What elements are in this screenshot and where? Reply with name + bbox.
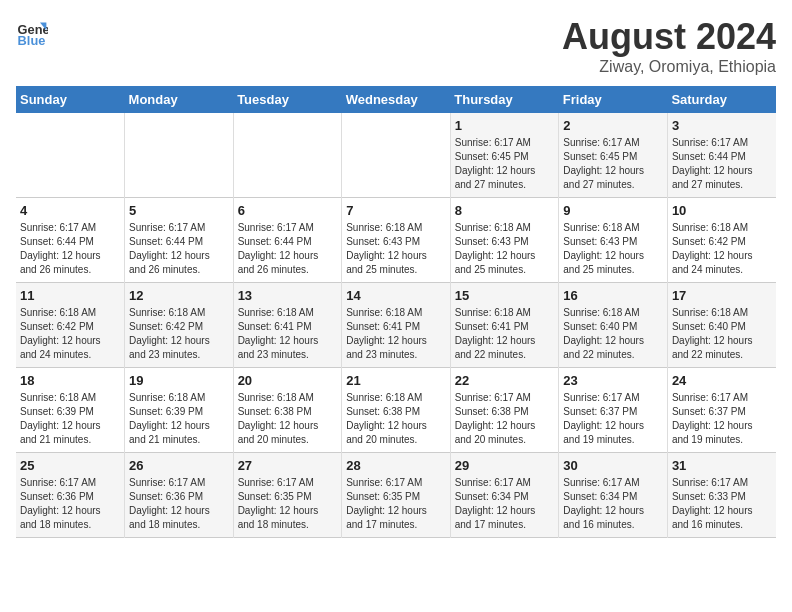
- calendar-cell: 24Sunrise: 6:17 AM Sunset: 6:37 PM Dayli…: [667, 368, 776, 453]
- day-info: Sunrise: 6:17 AM Sunset: 6:37 PM Dayligh…: [672, 391, 772, 447]
- calendar-cell: 28Sunrise: 6:17 AM Sunset: 6:35 PM Dayli…: [342, 453, 451, 538]
- day-info: Sunrise: 6:17 AM Sunset: 6:44 PM Dayligh…: [129, 221, 229, 277]
- calendar-cell: 16Sunrise: 6:18 AM Sunset: 6:40 PM Dayli…: [559, 283, 668, 368]
- week-row-3: 11Sunrise: 6:18 AM Sunset: 6:42 PM Dayli…: [16, 283, 776, 368]
- day-info: Sunrise: 6:18 AM Sunset: 6:38 PM Dayligh…: [346, 391, 446, 447]
- calendar-cell: 7Sunrise: 6:18 AM Sunset: 6:43 PM Daylig…: [342, 198, 451, 283]
- day-number: 16: [563, 288, 663, 303]
- day-number: 14: [346, 288, 446, 303]
- day-number: 1: [455, 118, 555, 133]
- calendar-cell: 26Sunrise: 6:17 AM Sunset: 6:36 PM Dayli…: [125, 453, 234, 538]
- logo-icon: General Blue: [16, 16, 48, 48]
- location: Ziway, Oromiya, Ethiopia: [562, 58, 776, 76]
- day-info: Sunrise: 6:18 AM Sunset: 6:42 PM Dayligh…: [129, 306, 229, 362]
- calendar-cell: 15Sunrise: 6:18 AM Sunset: 6:41 PM Dayli…: [450, 283, 559, 368]
- title-block: August 2024 Ziway, Oromiya, Ethiopia: [562, 16, 776, 76]
- day-number: 4: [20, 203, 120, 218]
- days-header-row: SundayMondayTuesdayWednesdayThursdayFrid…: [16, 86, 776, 113]
- calendar-cell: 8Sunrise: 6:18 AM Sunset: 6:43 PM Daylig…: [450, 198, 559, 283]
- day-info: Sunrise: 6:18 AM Sunset: 6:39 PM Dayligh…: [20, 391, 120, 447]
- calendar-cell: [342, 113, 451, 198]
- day-number: 23: [563, 373, 663, 388]
- day-header-tuesday: Tuesday: [233, 86, 342, 113]
- calendar-cell: 9Sunrise: 6:18 AM Sunset: 6:43 PM Daylig…: [559, 198, 668, 283]
- calendar-cell: [16, 113, 125, 198]
- day-info: Sunrise: 6:18 AM Sunset: 6:43 PM Dayligh…: [563, 221, 663, 277]
- day-number: 26: [129, 458, 229, 473]
- day-number: 13: [238, 288, 338, 303]
- calendar-cell: 10Sunrise: 6:18 AM Sunset: 6:42 PM Dayli…: [667, 198, 776, 283]
- day-info: Sunrise: 6:18 AM Sunset: 6:42 PM Dayligh…: [20, 306, 120, 362]
- calendar-cell: 20Sunrise: 6:18 AM Sunset: 6:38 PM Dayli…: [233, 368, 342, 453]
- day-info: Sunrise: 6:17 AM Sunset: 6:37 PM Dayligh…: [563, 391, 663, 447]
- day-number: 15: [455, 288, 555, 303]
- day-info: Sunrise: 6:17 AM Sunset: 6:36 PM Dayligh…: [20, 476, 120, 532]
- day-info: Sunrise: 6:18 AM Sunset: 6:40 PM Dayligh…: [563, 306, 663, 362]
- calendar-cell: 27Sunrise: 6:17 AM Sunset: 6:35 PM Dayli…: [233, 453, 342, 538]
- calendar-cell: 11Sunrise: 6:18 AM Sunset: 6:42 PM Dayli…: [16, 283, 125, 368]
- day-number: 9: [563, 203, 663, 218]
- calendar-cell: 4Sunrise: 6:17 AM Sunset: 6:44 PM Daylig…: [16, 198, 125, 283]
- day-info: Sunrise: 6:17 AM Sunset: 6:34 PM Dayligh…: [563, 476, 663, 532]
- day-number: 6: [238, 203, 338, 218]
- day-info: Sunrise: 6:18 AM Sunset: 6:38 PM Dayligh…: [238, 391, 338, 447]
- day-header-friday: Friday: [559, 86, 668, 113]
- day-info: Sunrise: 6:17 AM Sunset: 6:36 PM Dayligh…: [129, 476, 229, 532]
- day-header-thursday: Thursday: [450, 86, 559, 113]
- day-info: Sunrise: 6:17 AM Sunset: 6:44 PM Dayligh…: [672, 136, 772, 192]
- day-info: Sunrise: 6:17 AM Sunset: 6:44 PM Dayligh…: [238, 221, 338, 277]
- day-info: Sunrise: 6:18 AM Sunset: 6:41 PM Dayligh…: [346, 306, 446, 362]
- calendar-cell: 29Sunrise: 6:17 AM Sunset: 6:34 PM Dayli…: [450, 453, 559, 538]
- day-number: 5: [129, 203, 229, 218]
- calendar-cell: 14Sunrise: 6:18 AM Sunset: 6:41 PM Dayli…: [342, 283, 451, 368]
- day-header-monday: Monday: [125, 86, 234, 113]
- calendar-cell: 23Sunrise: 6:17 AM Sunset: 6:37 PM Dayli…: [559, 368, 668, 453]
- day-number: 3: [672, 118, 772, 133]
- day-number: 20: [238, 373, 338, 388]
- calendar-cell: 30Sunrise: 6:17 AM Sunset: 6:34 PM Dayli…: [559, 453, 668, 538]
- day-number: 12: [129, 288, 229, 303]
- day-info: Sunrise: 6:18 AM Sunset: 6:40 PM Dayligh…: [672, 306, 772, 362]
- day-info: Sunrise: 6:17 AM Sunset: 6:34 PM Dayligh…: [455, 476, 555, 532]
- day-number: 21: [346, 373, 446, 388]
- day-number: 24: [672, 373, 772, 388]
- calendar-cell: 12Sunrise: 6:18 AM Sunset: 6:42 PM Dayli…: [125, 283, 234, 368]
- day-info: Sunrise: 6:17 AM Sunset: 6:45 PM Dayligh…: [563, 136, 663, 192]
- day-number: 17: [672, 288, 772, 303]
- day-header-sunday: Sunday: [16, 86, 125, 113]
- calendar-cell: 5Sunrise: 6:17 AM Sunset: 6:44 PM Daylig…: [125, 198, 234, 283]
- day-info: Sunrise: 6:18 AM Sunset: 6:41 PM Dayligh…: [455, 306, 555, 362]
- calendar-cell: 2Sunrise: 6:17 AM Sunset: 6:45 PM Daylig…: [559, 113, 668, 198]
- calendar-cell: 21Sunrise: 6:18 AM Sunset: 6:38 PM Dayli…: [342, 368, 451, 453]
- calendar-cell: 1Sunrise: 6:17 AM Sunset: 6:45 PM Daylig…: [450, 113, 559, 198]
- day-header-saturday: Saturday: [667, 86, 776, 113]
- day-info: Sunrise: 6:18 AM Sunset: 6:42 PM Dayligh…: [672, 221, 772, 277]
- page-header: General Blue August 2024 Ziway, Oromiya,…: [16, 16, 776, 76]
- day-info: Sunrise: 6:18 AM Sunset: 6:41 PM Dayligh…: [238, 306, 338, 362]
- calendar-cell: 3Sunrise: 6:17 AM Sunset: 6:44 PM Daylig…: [667, 113, 776, 198]
- calendar-cell: 25Sunrise: 6:17 AM Sunset: 6:36 PM Dayli…: [16, 453, 125, 538]
- day-header-wednesday: Wednesday: [342, 86, 451, 113]
- day-number: 2: [563, 118, 663, 133]
- day-number: 11: [20, 288, 120, 303]
- day-info: Sunrise: 6:17 AM Sunset: 6:38 PM Dayligh…: [455, 391, 555, 447]
- week-row-1: 1Sunrise: 6:17 AM Sunset: 6:45 PM Daylig…: [16, 113, 776, 198]
- logo: General Blue: [16, 16, 48, 48]
- day-number: 29: [455, 458, 555, 473]
- day-number: 28: [346, 458, 446, 473]
- day-number: 18: [20, 373, 120, 388]
- day-number: 8: [455, 203, 555, 218]
- calendar-cell: 31Sunrise: 6:17 AM Sunset: 6:33 PM Dayli…: [667, 453, 776, 538]
- day-info: Sunrise: 6:17 AM Sunset: 6:35 PM Dayligh…: [238, 476, 338, 532]
- day-number: 10: [672, 203, 772, 218]
- day-number: 7: [346, 203, 446, 218]
- day-number: 30: [563, 458, 663, 473]
- week-row-5: 25Sunrise: 6:17 AM Sunset: 6:36 PM Dayli…: [16, 453, 776, 538]
- day-info: Sunrise: 6:17 AM Sunset: 6:45 PM Dayligh…: [455, 136, 555, 192]
- week-row-4: 18Sunrise: 6:18 AM Sunset: 6:39 PM Dayli…: [16, 368, 776, 453]
- svg-text:Blue: Blue: [18, 33, 46, 48]
- day-info: Sunrise: 6:18 AM Sunset: 6:43 PM Dayligh…: [346, 221, 446, 277]
- calendar-cell: 18Sunrise: 6:18 AM Sunset: 6:39 PM Dayli…: [16, 368, 125, 453]
- calendar-table: SundayMondayTuesdayWednesdayThursdayFrid…: [16, 86, 776, 538]
- calendar-cell: [233, 113, 342, 198]
